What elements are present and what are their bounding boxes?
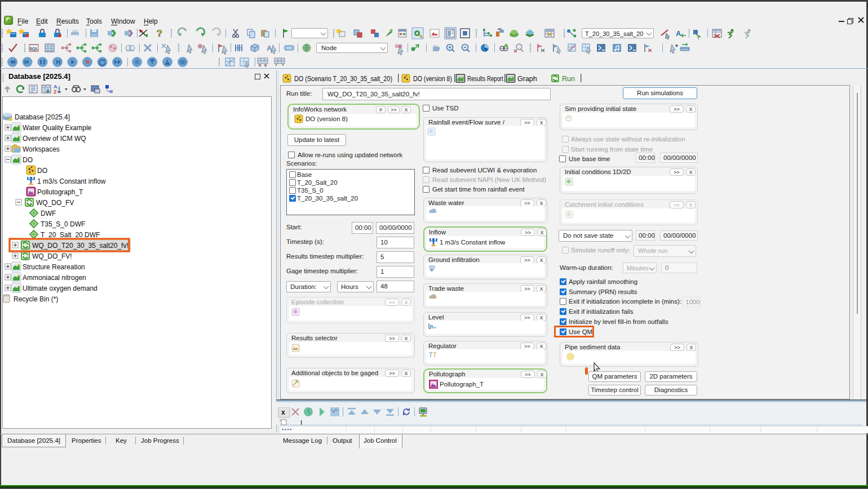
svg-text:x: x: [281, 408, 285, 416]
